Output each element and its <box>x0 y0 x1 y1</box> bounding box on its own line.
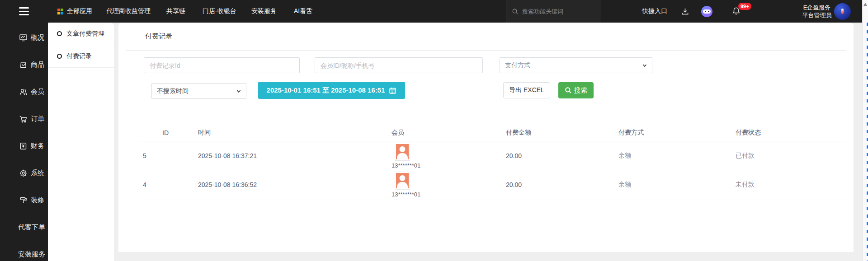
nav-item-install-service[interactable]: 安装服务 <box>251 0 277 23</box>
submenu-item-pay-records[interactable]: 付费记录 <box>48 45 114 68</box>
circle-bullet-icon <box>57 31 62 36</box>
col-header-id: ID <box>140 129 198 136</box>
sidebar-item-overview[interactable]: 概况 <box>0 24 48 51</box>
record-id-input[interactable] <box>144 58 299 73</box>
sidebar-label: 订单 <box>31 115 44 123</box>
sidebar-item-finance[interactable]: 财务 <box>0 132 48 159</box>
cell-amount: 20.00 <box>506 181 618 188</box>
user-avatar[interactable] <box>834 3 851 20</box>
pay-method-value: 支付方式 <box>505 61 530 70</box>
sidebar-item-orders[interactable]: 订单 <box>0 105 48 132</box>
sidebar-label: 财务 <box>31 142 44 150</box>
search-icon <box>565 87 572 94</box>
search-button-label: 搜索 <box>574 86 588 95</box>
cell-method: 余额 <box>618 181 736 189</box>
sidebar-item-valet-order[interactable]: 代客下单 <box>0 214 48 241</box>
main-content-panel: 付费记录 支付方式 不搜索时间 2025-10-01 16:51 至 2025-… <box>118 23 854 252</box>
submenu-label: 文章付费管理 <box>66 30 104 38</box>
ai-robot-icon <box>701 6 712 17</box>
time-mode-select[interactable]: 不搜索时间 <box>151 83 246 99</box>
scroll-up-arrow-icon[interactable] <box>863 3 867 6</box>
member-phone: 13*******01 <box>392 162 420 169</box>
page-title: 付费记录 <box>145 32 172 41</box>
cell-time: 2025-10-08 16:36:52 <box>198 181 392 188</box>
sidebar-label: 商品 <box>31 61 44 69</box>
col-header-amount: 付费金额 <box>506 129 618 137</box>
system-gear-icon <box>19 169 28 177</box>
member-field <box>315 57 483 73</box>
pay-method-select[interactable]: 支付方式 <box>500 57 652 73</box>
sidebar-label: 代客下单 <box>18 223 45 232</box>
members-icon <box>19 88 28 96</box>
all-apps-button[interactable]: 全部应用 <box>57 0 92 23</box>
sidebar-item-members[interactable]: 会员 <box>0 78 48 105</box>
quick-entry-button[interactable]: 快捷入口 <box>642 0 667 23</box>
nav-item-ai-tongue[interactable]: AI看舌 <box>294 0 312 23</box>
cell-id: 4 <box>140 181 198 188</box>
app-window: 全部应用 代理商收益管理 共享链 门店-收银台 安装服务 AI看舌 快捷入口 <box>0 0 868 261</box>
col-header-status: 付费状态 <box>736 129 845 137</box>
notification-badge: 99+ <box>738 3 751 10</box>
submenu-label: 付费记录 <box>66 52 92 61</box>
person-placeholder-icon <box>396 144 409 159</box>
orders-icon <box>19 115 28 123</box>
chevron-down-icon <box>642 63 647 68</box>
sidebar-item-goods[interactable]: 商品 <box>0 51 48 78</box>
finance-icon <box>19 142 28 150</box>
sidebar-item-decorate[interactable]: 装修 <box>0 186 48 214</box>
table-header-row: ID 时间 会员 付费金额 付费方式 付费状态 <box>140 124 845 141</box>
search-button[interactable]: 搜索 <box>558 82 594 98</box>
member-avatar[interactable] <box>395 143 410 161</box>
hamburger-menu-icon[interactable] <box>19 6 29 17</box>
sidebar-label: 系统 <box>31 169 44 177</box>
primary-sidebar: 概况 商品 会员 订单 财务 <box>0 23 48 261</box>
record-id-field <box>144 57 300 73</box>
ai-assistant-button[interactable] <box>701 0 712 23</box>
cell-time: 2025-10-08 16:37:21 <box>198 152 392 159</box>
member-input[interactable] <box>315 58 482 73</box>
person-placeholder-icon <box>396 173 409 188</box>
sidebar-item-install-service[interactable]: 安装服务 <box>0 241 48 261</box>
export-excel-button[interactable]: 导出 EXCEL <box>503 82 550 98</box>
member-avatar[interactable] <box>395 172 410 190</box>
table-row: 4 2025-10-08 16:36:52 13*******01 20.00 … <box>140 170 845 199</box>
date-range-value: 2025-10-01 16:51 至 2025-10-08 16:51 <box>267 86 385 95</box>
global-search-input[interactable] <box>522 8 590 15</box>
cell-status: 已付款 <box>736 152 845 160</box>
paint-roller-icon <box>19 196 28 205</box>
secondary-sidebar: 文章付费管理 付费记录 <box>48 23 114 261</box>
col-header-member: 会员 <box>392 129 506 137</box>
user-menu[interactable]: E企盈服务 平台管理员 <box>799 0 835 23</box>
submenu-item-article-pay[interactable]: 文章付费管理 <box>48 23 114 45</box>
date-range-button[interactable]: 2025-10-01 16:51 至 2025-10-08 16:51 <box>258 82 405 99</box>
pay-records-table: ID 时间 会员 付费金额 付费方式 付费状态 5 2025-10-08 16:… <box>140 124 845 199</box>
sidebar-label: 安装服务 <box>18 250 45 259</box>
download-button[interactable] <box>681 0 689 23</box>
sidebar-label: 会员 <box>31 88 44 96</box>
global-search-box[interactable] <box>506 0 600 23</box>
org-name: E企盈服务 <box>803 4 831 11</box>
sidebar-item-system[interactable]: 系统 <box>0 159 48 186</box>
page-header: 付费记录 <box>126 23 846 51</box>
nav-item-store-cashier[interactable]: 门店-收银台 <box>203 0 236 23</box>
cell-member: 13*******01 <box>392 172 506 198</box>
sidebar-label: 概况 <box>31 33 44 42</box>
apps-grid-icon <box>57 9 63 14</box>
cell-member: 13*******01 <box>392 143 506 169</box>
circle-bullet-icon <box>57 54 62 59</box>
cell-amount: 20.00 <box>506 152 618 159</box>
user-role: 平台管理员 <box>802 11 832 19</box>
cell-status: 未付款 <box>736 181 845 189</box>
top-navbar: 全部应用 代理商收益管理 共享链 门店-收银台 安装服务 AI看舌 快捷入口 <box>0 0 868 23</box>
cell-id: 5 <box>140 152 198 159</box>
all-apps-label: 全部应用 <box>67 7 92 15</box>
nav-item-agent-revenue[interactable]: 代理商收益管理 <box>106 0 151 23</box>
member-phone: 13*******01 <box>392 191 420 198</box>
cell-method: 余额 <box>618 152 736 160</box>
calendar-icon <box>389 87 396 94</box>
col-header-time: 时间 <box>198 129 392 137</box>
chevron-down-icon <box>236 89 241 93</box>
sidebar-label: 装修 <box>31 196 44 205</box>
nav-item-share-chain[interactable]: 共享链 <box>166 0 185 23</box>
table-row: 5 2025-10-08 16:37:21 13*******01 20.00 … <box>140 141 845 170</box>
